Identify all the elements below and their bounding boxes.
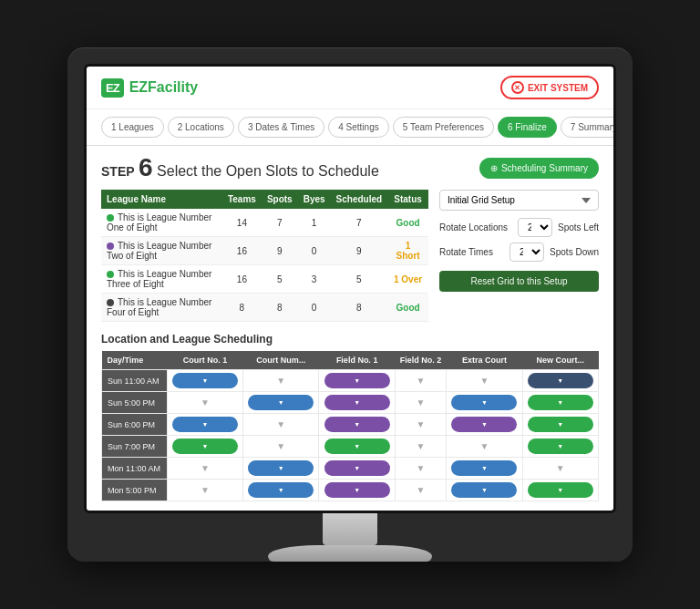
grid-time-cell: Sun 7:00 PM (102, 436, 168, 458)
grid-slot-cell: ▼ (167, 458, 242, 480)
reset-grid-button[interactable]: Reset Grid to this Setup (439, 271, 599, 292)
grid-time-cell: Mon 5:00 PM (102, 480, 168, 501)
slot-empty: ▼ (479, 441, 489, 451)
grid-slot-cell: ▼ (395, 392, 446, 414)
slot-button[interactable]: ▼ (324, 460, 390, 476)
slot-button[interactable]: ▼ (528, 439, 593, 454)
grid-slot-cell: ▼ (243, 480, 319, 501)
slot-button[interactable]: ▼ (324, 417, 390, 432)
tab-summary[interactable]: 7 Summary (561, 117, 616, 138)
grid-slot-cell: ▼ (395, 480, 446, 501)
slot-button[interactable]: ▼ (528, 395, 593, 410)
grid-slot-cell: ▼ (522, 436, 598, 458)
league-name-cell: This is League Number Four of Eight (101, 294, 222, 322)
rotate-times-select[interactable]: 2 (510, 243, 544, 262)
grid-col-header: Field No. 1 (319, 351, 395, 370)
grid-row: Sun 7:00 PM▼▼▼▼▼▼ (102, 436, 599, 458)
slot-button[interactable]: ▼ (248, 460, 314, 476)
slot-button[interactable]: ▼ (451, 395, 517, 410)
slot-button[interactable]: ▼ (324, 395, 390, 410)
tab-locations[interactable]: 2 Locations (168, 117, 234, 138)
scheduled-cell: 8 (331, 294, 388, 322)
grid-slot-cell: ▼ (319, 480, 395, 501)
scheduled-cell: 7 (331, 209, 388, 237)
grid-slot-cell: ▼ (522, 370, 598, 392)
grid-slot-cell: ▼ (319, 392, 395, 414)
slot-empty: ▼ (417, 441, 426, 451)
slot-empty: ▼ (417, 397, 426, 408)
league-dot (107, 271, 114, 278)
slot-empty: ▼ (479, 376, 489, 386)
league-dot (107, 214, 114, 222)
grid-slot-cell: ▼ (522, 392, 598, 414)
table-row: This is League Number Four of Eight 8 8 … (101, 294, 428, 322)
slot-button[interactable]: ▼ (451, 460, 517, 476)
grid-time-cell: Sun 5:00 PM (102, 392, 168, 414)
slot-empty: ▼ (417, 376, 426, 386)
byes-cell: 3 (298, 265, 331, 294)
status-cell: Good (387, 209, 428, 237)
slot-empty: ▼ (556, 463, 565, 473)
spots-cell: 9 (262, 237, 298, 265)
slot-button[interactable]: ▼ (451, 482, 517, 498)
slot-button[interactable]: ▼ (528, 373, 593, 388)
league-dot (107, 299, 114, 306)
league-dot (107, 243, 114, 250)
grid-slot-cell: ▼ (522, 414, 598, 436)
grid-slot-cell: ▼ (447, 370, 522, 392)
slot-button[interactable]: ▼ (172, 373, 238, 388)
slot-button[interactable]: ▼ (528, 417, 593, 432)
slot-button[interactable]: ▼ (248, 395, 314, 410)
tab-leagues[interactable]: 1 Leagues (101, 117, 164, 138)
grid-slot-cell: ▼ (243, 392, 319, 414)
logo-text: EZFacility (129, 79, 199, 96)
slot-button[interactable]: ▼ (172, 439, 238, 454)
tab-team-prefs[interactable]: 5 Team Preferences (393, 117, 494, 138)
grid-slot-cell: ▼ (319, 458, 395, 480)
scheduling-summary-button[interactable]: ⊕ Scheduling Summary (479, 158, 599, 179)
rotate-times-label: Rotate Times (439, 247, 504, 257)
rotate-locations-suffix: Spots Left (558, 222, 599, 232)
grid-slot-cell: ▼ (319, 370, 395, 392)
grid-slot-cell: ▼ (243, 458, 319, 480)
grid-slot-cell: ▼ (167, 392, 242, 414)
grid-time-cell: Mon 11:00 AM (102, 458, 168, 480)
league-name-cell: This is League Number Two of Eight (101, 237, 222, 265)
slot-button[interactable]: ▼ (451, 417, 517, 432)
grid-slot-cell: ▼ (522, 458, 598, 480)
slot-button[interactable]: ▼ (324, 373, 390, 388)
spots-cell: 7 (262, 209, 298, 237)
byes-cell: 1 (298, 209, 331, 237)
grid-col-header: New Court... (522, 351, 598, 370)
grid-col-header: Day/Time (102, 351, 168, 370)
grid-slot-cell: ▼ (447, 392, 522, 414)
grid-slot-cell: ▼ (167, 370, 242, 392)
slot-button[interactable]: ▼ (324, 439, 390, 454)
slot-button[interactable]: ▼ (528, 482, 593, 498)
slot-button[interactable]: ▼ (248, 482, 314, 498)
grid-slot-cell: ▼ (243, 370, 319, 392)
slot-empty: ▼ (201, 485, 210, 495)
tab-finalize[interactable]: 6 Finalize (498, 117, 557, 138)
exit-button[interactable]: ✕ EXIT SYSTEM (500, 76, 599, 99)
league-table: League Name Teams Spots Byes Scheduled S… (101, 190, 428, 322)
slot-empty: ▼ (201, 397, 210, 408)
nav-tabs: 1 Leagues 2 Locations 3 Dates & Times 4 … (87, 109, 613, 146)
grid-slot-cell: ▼ (243, 414, 319, 436)
status-cell: Good (387, 294, 428, 322)
teams-cell: 8 (222, 294, 262, 322)
rotate-locations-select[interactable]: 2 (518, 218, 552, 237)
slot-button[interactable]: ▼ (324, 482, 390, 498)
tab-settings[interactable]: 4 Settings (328, 117, 388, 138)
grid-setup-select[interactable]: Initial Grid Setup (439, 190, 599, 211)
tab-dates-times[interactable]: 3 Dates & Times (238, 117, 324, 138)
col-header-teams: Teams (222, 190, 262, 209)
col-header-byes: Byes (298, 190, 331, 209)
step-title: STEP 6 Select the Open Slots to Schedule (101, 155, 379, 181)
slot-empty: ▼ (276, 376, 285, 386)
slot-empty: ▼ (276, 441, 285, 451)
slot-button[interactable]: ▼ (172, 417, 238, 432)
rotate-times-suffix: Spots Down (550, 247, 599, 257)
slot-empty: ▼ (201, 463, 210, 473)
slot-empty: ▼ (276, 419, 285, 429)
